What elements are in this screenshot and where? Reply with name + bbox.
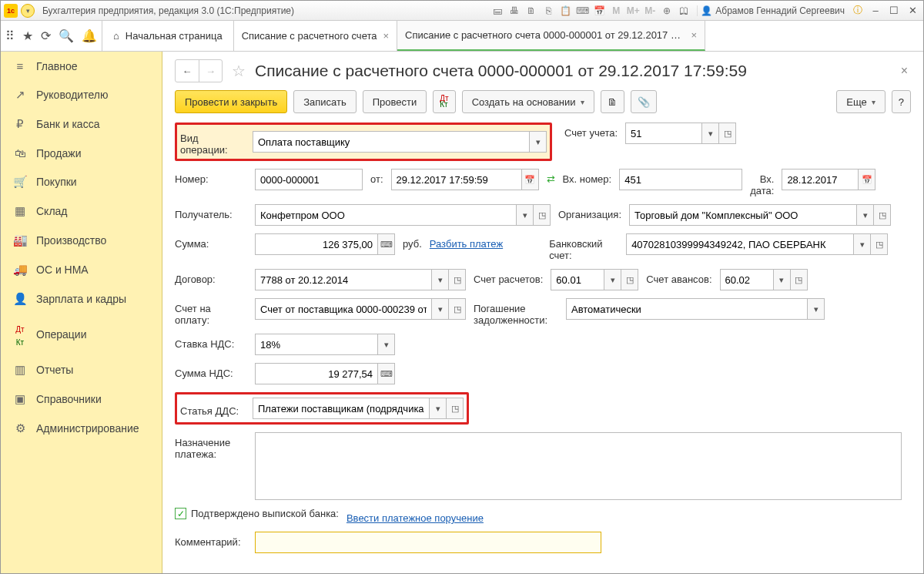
dropdown-icon[interactable]: ▾ [774, 269, 791, 290]
sidebar-item-sales[interactable]: 🛍Продажи [1, 139, 162, 167]
dtkr-button[interactable]: ДтКт [433, 90, 455, 113]
sum-input[interactable] [255, 233, 378, 255]
calendar-icon[interactable]: 📅 [592, 4, 606, 18]
sidebar-item-production[interactable]: 🏭Производство [1, 226, 162, 255]
bell-icon[interactable]: 🔔 [82, 29, 97, 43]
help-button[interactable]: ? [892, 90, 911, 113]
sidebar-item-main[interactable]: ≡Главное [1, 52, 162, 80]
book-icon[interactable]: 🕮 [677, 4, 691, 18]
post-and-close-button[interactable]: Провести и закрыть [175, 90, 287, 113]
settle-acc-input[interactable] [551, 269, 604, 290]
minimize-button[interactable]: – [868, 4, 883, 18]
open-icon[interactable]: ◳ [874, 204, 891, 226]
calendar-icon[interactable]: 📅 [859, 169, 875, 190]
dds-input[interactable] [253, 398, 430, 419]
confirmed-checkbox[interactable]: ✓ Подтверждено выпиской банка: [175, 508, 339, 519]
split-payment-link[interactable]: Разбить платеж [430, 233, 503, 250]
doc-button[interactable]: 🗎 [601, 90, 624, 113]
m-plus-button[interactable]: M+ [626, 4, 640, 18]
sidebar-item-bank[interactable]: ₽Банк и касса [1, 109, 162, 139]
advance-acc-input[interactable] [720, 269, 774, 290]
contract-input[interactable] [255, 269, 432, 290]
debt-input[interactable] [566, 298, 808, 320]
sidebar-item-manager[interactable]: ↗Руководителю [1, 80, 162, 109]
favorite-star-icon[interactable]: ☆ [227, 62, 250, 80]
bank-acc-input[interactable] [626, 233, 854, 255]
apps-icon[interactable]: ⠿ [5, 29, 15, 43]
post-button[interactable]: Провести [363, 90, 427, 113]
paste-icon[interactable]: 📋 [558, 4, 572, 18]
maximize-button[interactable]: ☐ [886, 4, 902, 18]
open-icon[interactable]: ◳ [449, 298, 466, 320]
open-icon[interactable]: ◳ [791, 269, 808, 290]
comment-input[interactable] [255, 532, 601, 553]
dropdown-icon[interactable]: ▾ [604, 269, 621, 290]
in-number-input[interactable] [619, 169, 742, 190]
info-icon[interactable]: ⓘ [851, 4, 865, 18]
m-button[interactable]: M [609, 4, 623, 18]
date-input[interactable] [391, 169, 522, 190]
account-input[interactable] [625, 123, 702, 144]
create-based-button[interactable]: Создать на основании▾ [462, 90, 594, 113]
sidebar-item-purchases[interactable]: 🛒Покупки [1, 167, 162, 196]
op-type-input[interactable] [253, 131, 530, 153]
recipient-input[interactable] [255, 204, 517, 226]
copy-icon[interactable]: ⎘ [541, 4, 555, 18]
m-minus-button[interactable]: M- [643, 4, 657, 18]
dropdown-icon[interactable]: ▾ [854, 233, 871, 255]
dropdown-icon[interactable]: ▾ [432, 269, 449, 290]
forward-button[interactable]: → [199, 60, 222, 82]
purpose-textarea[interactable] [255, 432, 902, 500]
enter-payment-order-link[interactable]: Ввести платежное поручение [346, 508, 484, 524]
dropdown-icon[interactable]: ▾ [517, 204, 534, 226]
print-icon[interactable]: 🖶 [507, 4, 521, 18]
back-button[interactable]: ← [176, 60, 199, 82]
calc-icon[interactable]: ⌨ [378, 233, 395, 255]
sidebar-item-catalogs[interactable]: ▣Справочники [1, 384, 162, 414]
vat-rate-input[interactable] [255, 334, 378, 355]
open-icon[interactable]: ◳ [449, 269, 466, 290]
open-icon[interactable]: ◳ [621, 269, 638, 290]
doc-icon[interactable]: 🗎 [524, 4, 538, 18]
open-icon[interactable]: ◳ [871, 233, 888, 255]
dropdown-icon[interactable]: ▾ [21, 4, 35, 18]
zoom-icon[interactable]: ⊕ [660, 4, 674, 18]
print-preview-icon[interactable]: 🖴 [490, 4, 504, 18]
calc-icon[interactable]: ⌨ [378, 363, 395, 384]
user-indicator[interactable]: 👤 Абрамов Геннадий Сергеевич [697, 5, 848, 16]
more-button[interactable]: Еще▾ [836, 90, 885, 113]
dropdown-icon[interactable]: ▾ [808, 298, 825, 320]
pay-acc-input[interactable] [255, 298, 432, 320]
open-icon[interactable]: ◳ [534, 204, 551, 226]
close-page-button[interactable]: × [901, 64, 911, 78]
history-icon[interactable]: ⟳ [41, 29, 51, 43]
dropdown-icon[interactable]: ▾ [430, 398, 447, 419]
sidebar-item-operations[interactable]: ДтКтОперации [1, 314, 162, 355]
org-input[interactable] [629, 204, 857, 226]
calc-icon[interactable]: ⌨ [575, 4, 589, 18]
search-icon[interactable]: 🔍 [59, 29, 74, 43]
sidebar-item-hr[interactable]: 👤Зарплата и кадры [1, 284, 162, 314]
vat-sum-input[interactable] [255, 363, 378, 384]
sidebar-item-assets[interactable]: 🚚ОС и НМА [1, 255, 162, 284]
open-icon[interactable]: ◳ [447, 398, 464, 419]
sidebar-item-warehouse[interactable]: ▦Склад [1, 196, 162, 226]
write-button[interactable]: Записать [293, 90, 357, 113]
dropdown-icon[interactable]: ▾ [378, 334, 395, 355]
number-input[interactable] [255, 169, 363, 190]
home-tab[interactable]: ⌂ Начальная страница [102, 21, 234, 51]
tab-spisanie-doc[interactable]: Списание с расчетного счета 0000-000001 … [397, 21, 705, 51]
dropdown-icon[interactable]: ▾ [857, 204, 874, 226]
star-icon[interactable]: ★ [22, 29, 33, 43]
close-tab-icon[interactable]: × [383, 30, 389, 42]
open-icon[interactable]: ◳ [719, 123, 736, 144]
calendar-icon[interactable]: 📅 [522, 169, 539, 190]
close-window-button[interactable]: ✕ [905, 4, 920, 18]
sidebar-item-reports[interactable]: ▥Отчеты [1, 355, 162, 384]
in-date-input[interactable] [782, 169, 859, 190]
close-tab-icon[interactable]: × [691, 29, 697, 41]
attach-button[interactable]: 📎 [631, 90, 657, 113]
dropdown-icon[interactable]: ▾ [530, 131, 547, 153]
sidebar-item-admin[interactable]: ⚙Администрирование [1, 414, 162, 443]
dropdown-icon[interactable]: ▾ [432, 298, 449, 320]
